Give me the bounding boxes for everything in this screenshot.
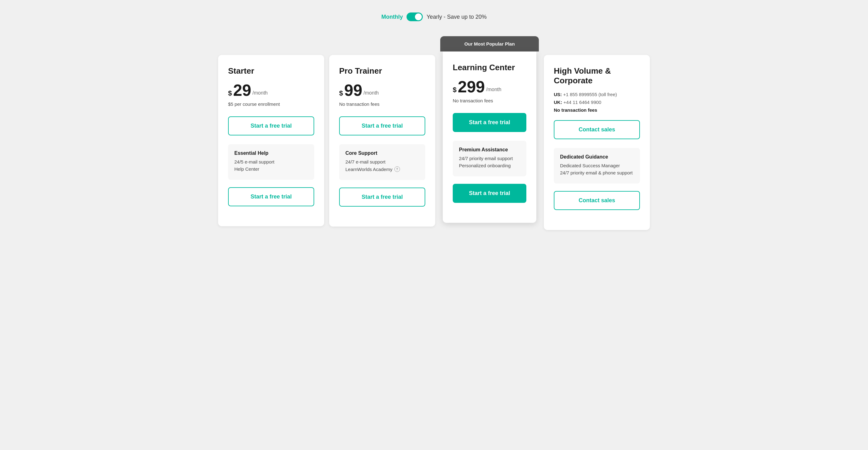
price-amount: 99 xyxy=(344,82,362,98)
support-title-pro-trainer: Core Support xyxy=(345,150,419,156)
support-title-starter: Essential Help xyxy=(234,150,308,156)
support-section-starter: Essential Help24/5 e-mail supportHelp Ce… xyxy=(228,144,314,180)
price-period: /month xyxy=(364,90,379,96)
plan-card-learning-center: Learning Center$299/monthNo transaction … xyxy=(443,52,536,223)
btn-bottom-starter[interactable]: Start a free trial xyxy=(228,187,314,206)
support-item: Dedicated Success Manager xyxy=(560,163,634,168)
btn-top-pro-trainer[interactable]: Start a free trial xyxy=(339,116,425,136)
plan-name-pro-trainer: Pro Trainer xyxy=(339,66,425,76)
support-section-learning-center: Premium Assistance24/7 priority email su… xyxy=(453,141,526,176)
price-amount: 299 xyxy=(458,79,485,95)
price-dollar-sign: $ xyxy=(228,89,232,98)
support-item: 24/7 e-mail support xyxy=(345,159,419,164)
price-period: /month xyxy=(252,90,268,96)
plan-price-pro-trainer: $99/month xyxy=(339,82,425,98)
support-title-high-volume: Dedicated Guidance xyxy=(560,154,634,160)
contact-uk-label: UK: +44 11 6464 9900 xyxy=(554,99,640,105)
btn-bottom-high-volume[interactable]: Contact sales xyxy=(554,191,640,210)
plan-card-starter: Starter$29/month$5 per course enrollment… xyxy=(218,55,324,226)
support-title-learning-center: Premium Assistance xyxy=(459,147,520,153)
monthly-label: Monthly xyxy=(381,14,403,20)
plan-price-starter: $29/month xyxy=(228,82,314,98)
price-note-pro-trainer: No transaction fees xyxy=(339,101,425,109)
support-item: 24/5 e-mail support xyxy=(234,159,308,164)
plan-name-high-volume: High Volume & Corporate xyxy=(554,66,640,86)
contact-us-label: US: +1 855 8999555 (toll free) xyxy=(554,92,640,97)
toggle-knob xyxy=(415,13,422,20)
btn-bottom-pro-trainer[interactable]: Start a free trial xyxy=(339,187,425,207)
support-item: LearnWorlds Academy? xyxy=(345,166,419,172)
popular-plan-wrapper: Our Most Popular PlanLearning Center$299… xyxy=(440,36,539,223)
plan-name-starter: Starter xyxy=(228,66,314,76)
price-dollar-sign: $ xyxy=(339,89,343,98)
plan-price-learning-center: $299/month xyxy=(453,79,526,95)
price-period: /month xyxy=(486,87,501,92)
plan-name-learning-center: Learning Center xyxy=(453,63,526,72)
info-icon[interactable]: ? xyxy=(394,166,400,172)
plans-container: Starter$29/month$5 per course enrollment… xyxy=(216,36,652,230)
price-dollar-sign: $ xyxy=(453,85,457,95)
popular-badge: Our Most Popular Plan xyxy=(440,36,539,52)
price-amount: 29 xyxy=(233,82,251,98)
plan-card-high-volume: High Volume & CorporateUS: +1 855 899955… xyxy=(544,55,650,230)
plan-card-pro-trainer: Pro Trainer$99/monthNo transaction feesS… xyxy=(329,55,435,227)
support-item: Help Center xyxy=(234,166,308,172)
no-transaction-fees: No transaction fees xyxy=(554,107,640,113)
btn-bottom-learning-center[interactable]: Start a free trial xyxy=(453,184,526,203)
support-section-high-volume: Dedicated GuidanceDedicated Success Mana… xyxy=(554,148,640,183)
price-note-starter: $5 per course enrollment xyxy=(228,101,314,109)
support-section-pro-trainer: Core Support24/7 e-mail supportLearnWorl… xyxy=(339,144,425,180)
support-item: Personalized onboarding xyxy=(459,163,520,168)
price-note-learning-center: No transaction fees xyxy=(453,98,526,106)
billing-toggle[interactable] xyxy=(407,12,423,21)
yearly-label: Yearly - Save up to 20% xyxy=(427,14,487,20)
btn-top-learning-center[interactable]: Start a free trial xyxy=(453,113,526,132)
support-item: 24/7 priority email & phone support xyxy=(560,170,634,175)
btn-top-starter[interactable]: Start a free trial xyxy=(228,116,314,136)
btn-top-high-volume[interactable]: Contact sales xyxy=(554,120,640,139)
support-item: 24/7 priority email support xyxy=(459,156,520,161)
billing-toggle-row: Monthly Yearly - Save up to 20% xyxy=(381,12,487,21)
